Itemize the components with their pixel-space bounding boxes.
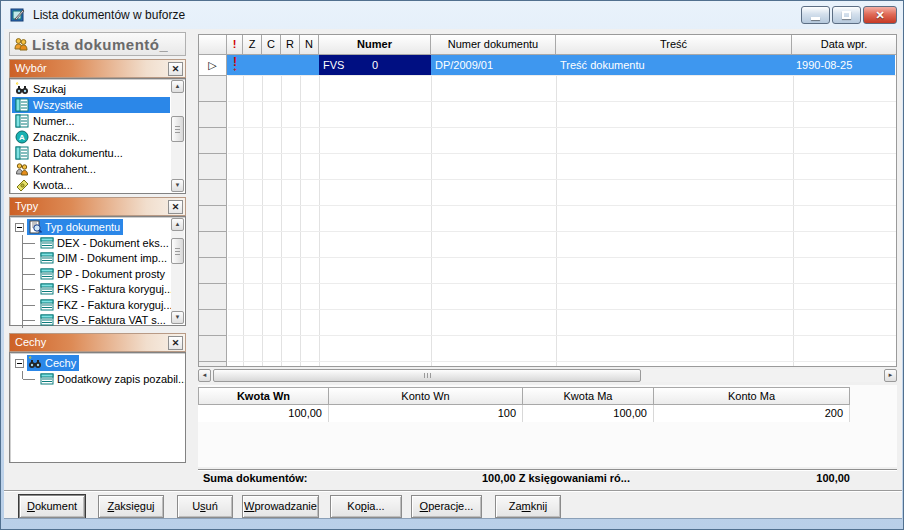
grid-horizontal-scrollbar[interactable]: ◄ ► — [198, 369, 897, 382]
list-item-numer[interactable]: Numer... — [12, 113, 170, 129]
wybor-scrollbar[interactable]: ▲ ▼ — [171, 80, 184, 192]
tree-item-dp[interactable]: DP - Dokument prosty — [12, 266, 185, 282]
posting-header-kwota-wn[interactable]: Kwota Wn — [198, 387, 329, 405]
list-item-kwota[interactable]: Kwota... — [12, 177, 170, 193]
cell-data-wpr[interactable]: 1990-08-25 — [792, 55, 895, 75]
table-icon — [40, 313, 54, 327]
scroll-thumb[interactable] — [213, 369, 641, 382]
list-item-kontrahent[interactable]: Kontrahent... — [12, 161, 170, 177]
button-separator — [4, 490, 902, 492]
zaksieguj-button[interactable]: Zaksięguj — [98, 495, 164, 518]
posting-value-row: 100,00 100 100,00 200 — [198, 405, 850, 422]
cell-numer-value: 0 — [319, 59, 431, 71]
panel-close-cechy-button[interactable]: ✕ — [168, 336, 183, 350]
cell-numer-dokumentu[interactable]: DP/2009/01 — [431, 55, 556, 75]
column-header-c[interactable]: C — [262, 35, 281, 55]
column-header-alert[interactable]: ! — [227, 35, 243, 55]
summary-middle: 100,00 Z księgowaniami ró... — [482, 472, 630, 484]
scroll-down-icon[interactable]: ▼ — [171, 311, 184, 324]
tree-item-dex[interactable]: DEX - Dokument eks... — [12, 235, 185, 251]
list-icon — [15, 146, 29, 160]
column-header-tresc[interactable]: Treść — [556, 35, 792, 55]
column-header-z[interactable]: Z — [243, 35, 262, 55]
tree-item-label: DIM - Dokument imp... — [57, 252, 167, 264]
wprowadzanie-button[interactable]: Wprowadzanie — [242, 495, 319, 518]
usun-button[interactable]: Usuń — [177, 495, 233, 518]
list-item-szukaj[interactable]: Szukaj — [12, 81, 170, 97]
cell-alert[interactable]: !+ — [227, 55, 243, 75]
maximize-button[interactable] — [832, 6, 861, 24]
cell-r[interactable] — [281, 55, 300, 75]
cell-n[interactable] — [300, 55, 319, 75]
scroll-up-icon[interactable]: ▲ — [171, 80, 184, 93]
scroll-thumb[interactable] — [171, 238, 184, 264]
scroll-thumb[interactable] — [171, 116, 184, 142]
scroll-down-icon[interactable]: ▼ — [171, 179, 184, 192]
column-header-r[interactable]: R — [281, 35, 300, 55]
cell-c[interactable] — [262, 55, 281, 75]
table-icon — [40, 298, 54, 312]
tree-item-fks[interactable]: FKS - Faktura koryguj... — [12, 282, 185, 298]
tree-item-fkz[interactable]: FKZ - Faktura koryguj... — [12, 297, 185, 313]
people-icon — [15, 162, 29, 176]
tree-item-label: Dodatkowy zapis pozabil... — [57, 373, 185, 385]
collapse-icon[interactable] — [15, 359, 24, 368]
documents-grid: ! Z C R N Numer Numer dokumentu Treść Da… — [198, 34, 897, 367]
tree-root-label: Typ dokumentu — [45, 221, 120, 233]
summary-divider — [198, 469, 897, 471]
table-row[interactable]: ▷ !+ FVS 0 DP/2009/01 Treść dokumentu — [199, 55, 895, 75]
cell-tresc[interactable]: Treść dokumentu — [556, 55, 792, 75]
list-icon — [15, 114, 29, 128]
list-item-wszystkie[interactable]: Wszystkie — [12, 97, 170, 113]
list-item-data-dokumentu[interactable]: Data dokumentu... — [12, 145, 170, 161]
panel-header-cechy: Cechy ✕ — [9, 333, 186, 352]
grid-body: ▷ !+ FVS 0 DP/2009/01 Treść dokumentu — [199, 55, 896, 366]
titlebar: Lista dokumentów w buforze ✕ — [1, 1, 903, 29]
panel-close-typy-button[interactable]: ✕ — [168, 200, 183, 214]
doc-search-icon — [28, 220, 42, 234]
money-icon — [15, 178, 29, 192]
posting-header-kwota-ma[interactable]: Kwota Ma — [523, 387, 654, 405]
minimize-button[interactable] — [801, 6, 830, 24]
sidebar-caption: Lista dokumentó_ — [9, 32, 186, 56]
scroll-right-icon[interactable]: ► — [884, 369, 897, 382]
collapse-icon[interactable] — [15, 223, 24, 232]
list-item-label: Wszystkie — [33, 99, 83, 111]
close-icon: ✕ — [875, 10, 884, 21]
tree-root-cechy[interactable]: Cechy — [12, 355, 170, 371]
cell-numer[interactable]: FVS 0 — [319, 55, 431, 75]
list-item-label: Data dokumentu... — [33, 147, 123, 159]
tree-item-dim[interactable]: DIM - Dokument imp... — [12, 251, 185, 267]
panel-header-typy: Typy ✕ — [9, 197, 186, 216]
row-selector-cell[interactable]: ▷ — [199, 55, 227, 75]
panel-close-wybor-button[interactable]: ✕ — [168, 62, 183, 76]
dokument-button[interactable]: Dokument — [19, 495, 85, 518]
scroll-up-icon[interactable]: ▲ — [171, 218, 184, 231]
cell-z[interactable] — [243, 55, 262, 75]
posting-header-konto-ma[interactable]: Konto Ma — [654, 387, 850, 405]
column-header-data-wpr[interactable]: Data wpr. — [792, 35, 896, 55]
typy-scrollbar[interactable]: ▲ ▼ — [171, 218, 184, 324]
wybor-list: Szukaj Wszystkie Numer... — [9, 78, 186, 194]
table-icon — [40, 282, 54, 296]
column-header-numer[interactable]: Numer — [319, 35, 431, 55]
window-title: Lista dokumentów w buforze — [33, 8, 185, 22]
tree-item-dodatkowy[interactable]: Dodatkowy zapis pozabil... — [12, 371, 185, 387]
column-header-selector[interactable] — [199, 35, 227, 55]
zamknij-button[interactable]: Zamknij — [495, 495, 561, 518]
maximize-icon — [842, 11, 851, 19]
binoculars-icon — [15, 82, 29, 96]
posting-panel: Kwota Wn Konto Wn Kwota Ma Konto Ma 100,… — [198, 385, 897, 467]
close-button[interactable]: ✕ — [863, 6, 897, 24]
column-header-numer-dokumentu[interactable]: Numer dokumentu — [431, 35, 556, 55]
list-item-label: Szukaj — [33, 83, 66, 95]
column-header-n[interactable]: N — [300, 35, 319, 55]
list-item-znacznik[interactable]: A Znacznik... — [12, 129, 170, 145]
kopia-button[interactable]: Kopia... — [330, 495, 402, 518]
posting-value-kwota-ma: 100,00 — [523, 405, 654, 422]
posting-header-konto-wn[interactable]: Konto Wn — [329, 387, 523, 405]
tree-root-typ-dokumentu[interactable]: Typ dokumentu — [12, 219, 170, 235]
scroll-left-icon[interactable]: ◄ — [198, 369, 211, 382]
tree-item-fvs[interactable]: FVS - Faktura VAT s... — [12, 313, 185, 329]
operacje-button[interactable]: Operacje... — [411, 495, 482, 518]
